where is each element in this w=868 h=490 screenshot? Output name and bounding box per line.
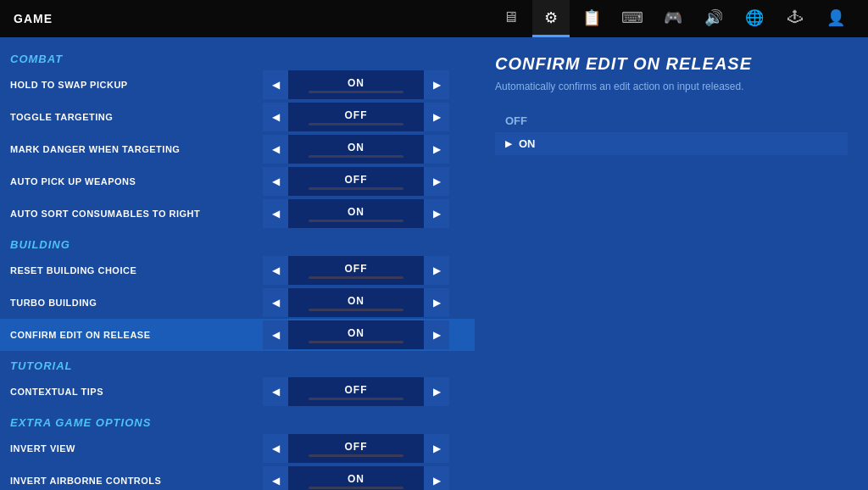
setting-hold-swap-label: HOLD TO SWAP PICKUP xyxy=(10,80,263,90)
detail-description: Automatically confirms an edit action on… xyxy=(495,81,848,92)
settings-list: COMBAT HOLD TO SWAP PICKUP ◀ ON ▶ TOGGLE… xyxy=(0,37,475,490)
reset-building-prev[interactable]: ◀ xyxy=(263,256,288,285)
setting-auto-pickup-label: AUTO PICK UP WEAPONS xyxy=(10,176,263,187)
section-tutorial-header: TUTORIAL xyxy=(0,351,475,376)
invert-airborne-prev[interactable]: ◀ xyxy=(263,466,288,490)
setting-confirm-edit-control: ◀ ON ▶ xyxy=(263,320,449,349)
setting-reset-building-control: ◀ OFF ▶ xyxy=(263,256,449,285)
turbo-building-next[interactable]: ▶ xyxy=(424,288,449,317)
reset-building-next[interactable]: ▶ xyxy=(424,256,449,285)
mark-danger-next[interactable]: ▶ xyxy=(424,135,449,164)
option-on-arrow: ▶ xyxy=(505,139,512,148)
setting-reset-building-label: RESET BUILDING CHOICE xyxy=(10,265,263,276)
reset-building-value: OFF xyxy=(345,263,368,275)
setting-auto-sort-label: AUTO SORT CONSUMABLES TO RIGHT xyxy=(10,209,263,219)
nav-monitor[interactable]: 🖥 xyxy=(492,0,529,37)
nav-icon-bar: 🖥 ⚙ 📋 ⌨ 🎮 🔊 🌐 🕹 👤 xyxy=(492,0,854,37)
setting-toggle-targeting[interactable]: TOGGLE TARGETING ◀ OFF ▶ xyxy=(0,101,475,133)
setting-contextual-tips[interactable]: CONTEXTUAL TIPS ◀ OFF ▶ xyxy=(0,376,475,408)
top-nav: GAME 🖥 ⚙ 📋 ⌨ 🎮 🔊 🌐 🕹 👤 xyxy=(0,0,868,37)
nav-volume[interactable]: 🔊 xyxy=(695,0,732,37)
confirm-edit-bar xyxy=(309,341,403,343)
setting-mark-danger-control: ◀ ON ▶ xyxy=(263,135,449,164)
invert-view-next[interactable]: ▶ xyxy=(424,434,449,463)
option-on-label: ON xyxy=(519,137,536,150)
mark-danger-bar xyxy=(309,155,403,158)
toggle-targeting-prev[interactable]: ◀ xyxy=(263,103,288,131)
hold-swap-bar xyxy=(309,91,403,93)
auto-pickup-prev[interactable]: ◀ xyxy=(263,167,288,196)
setting-hold-swap[interactable]: HOLD TO SWAP PICKUP ◀ ON ▶ xyxy=(0,69,475,101)
setting-invert-airborne-control: ◀ ON ▶ xyxy=(263,466,449,490)
setting-toggle-targeting-control: ◀ OFF ▶ xyxy=(263,103,449,131)
nav-gamepad[interactable]: 🕹 xyxy=(776,0,814,37)
app-title: GAME xyxy=(14,12,53,25)
turbo-building-prev[interactable]: ◀ xyxy=(263,288,288,317)
main-content: COMBAT HOLD TO SWAP PICKUP ◀ ON ▶ TOGGLE… xyxy=(0,37,868,490)
auto-pickup-value-box: OFF xyxy=(288,167,424,196)
contextual-tips-next[interactable]: ▶ xyxy=(424,377,449,406)
hold-swap-value-box: ON xyxy=(288,70,424,99)
turbo-building-value: ON xyxy=(348,295,364,307)
auto-sort-prev[interactable]: ◀ xyxy=(263,199,288,228)
confirm-edit-prev[interactable]: ◀ xyxy=(263,320,288,349)
auto-pickup-value: OFF xyxy=(345,174,368,186)
contextual-tips-value: OFF xyxy=(345,384,368,396)
invert-view-bar xyxy=(309,454,403,457)
toggle-targeting-value-box: OFF xyxy=(288,103,424,131)
confirm-edit-value: ON xyxy=(348,327,364,339)
setting-contextual-tips-label: CONTEXTUAL TIPS xyxy=(10,387,263,397)
detail-options: OFF ▶ ON xyxy=(495,109,848,155)
option-off[interactable]: OFF xyxy=(495,109,848,132)
contextual-tips-prev[interactable]: ◀ xyxy=(263,377,288,406)
setting-auto-sort[interactable]: AUTO SORT CONSUMABLES TO RIGHT ◀ ON ▶ xyxy=(0,198,475,230)
setting-confirm-edit[interactable]: CONFIRM EDIT ON RELEASE ◀ ON ▶ xyxy=(0,319,475,351)
auto-pickup-next[interactable]: ▶ xyxy=(424,167,449,196)
invert-airborne-bar xyxy=(309,487,403,489)
nav-controller[interactable]: 🎮 xyxy=(654,0,692,37)
confirm-edit-value-box: ON xyxy=(288,320,424,349)
invert-airborne-value-box: ON xyxy=(288,466,424,490)
setting-invert-view[interactable]: INVERT VIEW ◀ OFF ▶ xyxy=(0,432,475,465)
turbo-building-value-box: ON xyxy=(288,288,424,317)
detail-panel: CONFIRM EDIT ON RELEASE Automatically co… xyxy=(475,37,868,490)
invert-view-value: OFF xyxy=(345,441,368,453)
option-off-label: OFF xyxy=(505,114,527,127)
hold-swap-value: ON xyxy=(348,77,364,89)
setting-invert-airborne[interactable]: INVERT AIRBORNE CONTROLS ◀ ON ▶ xyxy=(0,465,475,490)
confirm-edit-next[interactable]: ▶ xyxy=(424,320,449,349)
hold-swap-prev[interactable]: ◀ xyxy=(263,70,288,99)
setting-invert-view-control: ◀ OFF ▶ xyxy=(263,434,449,463)
auto-sort-value: ON xyxy=(348,206,364,218)
nav-user[interactable]: 👤 xyxy=(817,0,854,37)
nav-network[interactable]: 🌐 xyxy=(736,0,773,37)
mark-danger-value: ON xyxy=(348,142,364,153)
option-on[interactable]: ▶ ON xyxy=(495,132,848,155)
setting-mark-danger-label: MARK DANGER WHEN TARGETING xyxy=(10,144,263,154)
setting-reset-building[interactable]: RESET BUILDING CHOICE ◀ OFF ▶ xyxy=(0,254,475,287)
mark-danger-prev[interactable]: ◀ xyxy=(263,135,288,164)
setting-auto-sort-control: ◀ ON ▶ xyxy=(263,199,449,228)
turbo-building-bar xyxy=(309,309,403,311)
hold-swap-next[interactable]: ▶ xyxy=(424,70,449,99)
nav-display[interactable]: 📋 xyxy=(573,0,610,37)
auto-sort-next[interactable]: ▶ xyxy=(424,199,449,228)
setting-hold-swap-control: ◀ ON ▶ xyxy=(263,70,449,99)
setting-auto-pickup[interactable]: AUTO PICK UP WEAPONS ◀ OFF ▶ xyxy=(0,165,475,198)
section-combat-header: COMBAT xyxy=(0,44,475,69)
invert-airborne-value: ON xyxy=(348,473,364,485)
contextual-tips-value-box: OFF xyxy=(288,377,424,406)
invert-view-prev[interactable]: ◀ xyxy=(263,434,288,463)
setting-confirm-edit-label: CONFIRM EDIT ON RELEASE xyxy=(10,330,263,340)
toggle-targeting-next[interactable]: ▶ xyxy=(424,103,449,131)
invert-airborne-next[interactable]: ▶ xyxy=(424,466,449,490)
setting-turbo-building[interactable]: TURBO BUILDING ◀ ON ▶ xyxy=(0,287,475,319)
setting-turbo-building-label: TURBO BUILDING xyxy=(10,298,263,308)
setting-mark-danger[interactable]: MARK DANGER WHEN TARGETING ◀ ON ▶ xyxy=(0,133,475,165)
auto-pickup-bar xyxy=(309,187,403,190)
mark-danger-value-box: ON xyxy=(288,135,424,164)
nav-gear[interactable]: ⚙ xyxy=(532,0,570,37)
setting-contextual-tips-control: ◀ OFF ▶ xyxy=(263,377,449,406)
reset-building-bar xyxy=(309,276,403,279)
nav-keyboard[interactable]: ⌨ xyxy=(614,0,651,37)
